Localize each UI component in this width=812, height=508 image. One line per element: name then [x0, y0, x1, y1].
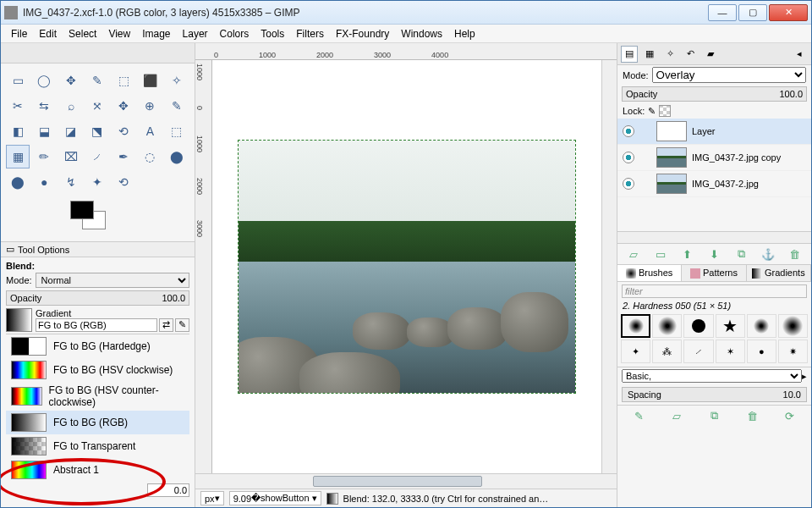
gradient-option[interactable]: FG to BG (Hardedge) — [6, 334, 189, 358]
layer-action-button[interactable]: ⧉ — [734, 247, 748, 261]
offset-field[interactable] — [147, 483, 189, 497]
tab-layers[interactable]: ▤ — [621, 46, 638, 63]
layer-action-button[interactable]: ⚓ — [761, 247, 775, 261]
menu-edit[interactable]: Edit — [34, 26, 62, 41]
tool-button[interactable]: ✂ — [6, 94, 30, 118]
gradient-reverse-icon[interactable]: ⇄ — [159, 318, 173, 332]
tool-button[interactable]: ✦ — [85, 170, 109, 194]
menu-colors[interactable]: Colors — [215, 26, 255, 41]
canvas[interactable] — [212, 60, 601, 473]
brush-item[interactable]: ✷ — [778, 340, 808, 363]
tool-button[interactable]: ⟋ — [85, 145, 109, 168]
layer-visibility-icon[interactable] — [623, 152, 634, 163]
tool-button[interactable]: ⌕ — [59, 94, 83, 118]
tool-button[interactable]: ● — [32, 170, 56, 194]
maximize-button[interactable]: ▢ — [738, 4, 767, 21]
vertical-scrollbar[interactable] — [601, 60, 617, 473]
tool-button[interactable]: ✧ — [165, 69, 189, 92]
tool-button[interactable]: ✥ — [59, 69, 83, 92]
lock-pixels-icon[interactable]: ✎ — [648, 106, 656, 117]
tab-undo[interactable]: ↶ — [682, 46, 699, 63]
tool-button[interactable]: ◧ — [6, 119, 30, 143]
gradient-option[interactable]: FG to BG (HSV clockwise) — [6, 358, 189, 382]
brush-action-button[interactable]: ⟳ — [783, 409, 797, 422]
menu-filters[interactable]: Filters — [291, 26, 329, 41]
tool-button[interactable]: ⬔ — [85, 119, 109, 143]
layer-action-button[interactable]: ▱ — [627, 247, 640, 261]
layer-row[interactable]: IMG_0437-2.jpg copy — [617, 145, 811, 171]
tool-button[interactable]: ✥ — [112, 94, 135, 118]
tool-button[interactable]: ✒ — [112, 145, 135, 168]
brush-item[interactable] — [621, 314, 650, 338]
tab-paths[interactable]: ✧ — [661, 46, 678, 63]
tool-button[interactable]: ⬚ — [112, 69, 135, 92]
tool-button[interactable]: ✎ — [165, 94, 189, 118]
menu-tools[interactable]: Tools — [255, 26, 289, 41]
layer-action-button[interactable]: ⬇ — [707, 247, 721, 261]
brush-item[interactable]: ★ — [716, 314, 745, 338]
color-swatches[interactable] — [1, 199, 195, 241]
layer-opacity-slider[interactable]: Opacity 100.0 — [622, 86, 807, 102]
gradient-name-field[interactable] — [36, 318, 157, 332]
tool-button[interactable]: ⬤ — [6, 170, 30, 194]
tool-button[interactable]: ⤧ — [85, 94, 109, 118]
brush-item[interactable] — [683, 314, 713, 338]
menu-select[interactable]: Select — [63, 26, 102, 41]
menu-windows[interactable]: Windows — [396, 26, 447, 41]
tab-gradients[interactable]: Gradients — [746, 264, 811, 282]
tool-button[interactable]: ◌ — [138, 145, 162, 168]
brush-preset-menu-icon[interactable]: ▸ — [802, 371, 807, 382]
gradient-option[interactable]: FG to Transparent — [6, 434, 189, 458]
brush-item[interactable]: ✦ — [621, 340, 650, 363]
gradient-edit-icon[interactable]: ✎ — [175, 318, 189, 332]
minimize-button[interactable]: — — [708, 4, 737, 21]
layers-hscroll[interactable] — [617, 231, 811, 243]
layer-visibility-icon[interactable] — [623, 178, 634, 190]
tool-button[interactable]: ⟲ — [112, 170, 135, 194]
tool-button[interactable]: ⟲ — [112, 119, 135, 143]
brush-action-button[interactable]: ✎ — [632, 409, 645, 422]
menu-image[interactable]: Image — [137, 26, 175, 41]
tool-button[interactable]: ⇆ — [32, 94, 56, 118]
blend-mode-select[interactable]: Normal — [36, 273, 189, 288]
layer-mode-select[interactable]: Overlay — [652, 67, 806, 83]
layer-action-button[interactable]: ⬆ — [681, 247, 694, 261]
menu-file[interactable]: File — [6, 26, 32, 41]
tab-histogram[interactable]: ▰ — [702, 46, 719, 63]
tool-button[interactable]: ↯ — [59, 170, 83, 194]
tool-button[interactable]: ⬛ — [138, 69, 162, 92]
brush-item[interactable]: ⟋ — [683, 340, 713, 363]
fg-color-swatch[interactable] — [70, 201, 94, 219]
tool-button[interactable]: ⬚ — [165, 119, 189, 143]
gradient-option[interactable]: FG to BG (RGB) — [6, 411, 189, 434]
layer-row[interactable]: IMG_0437-2.jpg — [617, 171, 811, 197]
layer-row[interactable]: Layer — [617, 119, 811, 145]
close-button[interactable]: ✕ — [769, 4, 808, 21]
brush-filter-input[interactable]: filter — [622, 284, 807, 298]
menu-layer[interactable]: Layer — [178, 26, 213, 41]
tool-button[interactable]: ⌧ — [59, 145, 83, 168]
brush-action-button[interactable]: 🗑 — [745, 409, 759, 422]
tool-button[interactable]: ⊕ — [138, 94, 162, 118]
unit-select[interactable]: px ▾ — [200, 491, 224, 505]
blend-opacity-slider[interactable]: Opacity 100.0 — [6, 290, 189, 306]
tool-button[interactable]: ✏ — [32, 145, 56, 168]
layer-visibility-icon[interactable] — [623, 125, 634, 137]
dock-menu-icon[interactable]: ◂ — [791, 46, 808, 63]
gradient-option[interactable]: Abstract 1 — [6, 458, 189, 482]
brush-action-button[interactable]: ⧉ — [707, 409, 721, 422]
brush-item[interactable] — [747, 314, 776, 338]
tool-button[interactable]: ⬤ — [165, 145, 189, 168]
brush-spacing-slider[interactable]: Spacing 10.0 — [622, 387, 807, 402]
brush-preset-select[interactable]: Basic, — [622, 369, 802, 383]
tab-patterns[interactable]: Patterns — [681, 264, 746, 282]
horizontal-scrollbar[interactable] — [195, 473, 617, 489]
layer-action-button[interactable]: 🗑 — [788, 247, 802, 261]
tab-brushes[interactable]: Brushes — [617, 264, 682, 282]
gradient-option[interactable]: FG to BG (HSV counter-clockwise) — [6, 382, 189, 411]
tool-button[interactable]: ▭ — [6, 69, 30, 92]
brush-item[interactable] — [778, 314, 808, 338]
tool-button[interactable]: A — [138, 119, 162, 143]
tab-channels[interactable]: ▦ — [641, 46, 658, 63]
menu-help[interactable]: Help — [449, 26, 480, 41]
